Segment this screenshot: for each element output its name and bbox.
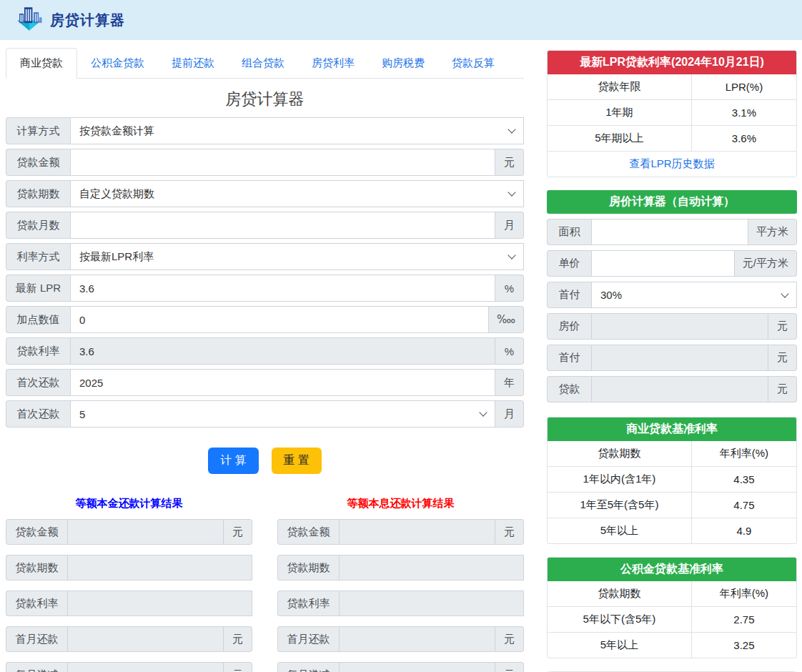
tab-bar: 商业贷款 公积金贷款 提前还款 组合贷款 房贷利率 购房税费 贷款反算 [6,46,524,79]
equal-principal-results: 等额本金还款计算结果 贷款金额 元 贷款期数 贷款利率 首月还款 元 每月递减 [6,497,252,672]
loan-amount-input[interactable] [70,149,495,176]
unit-price-row: 单价 元/平方米 [547,250,797,277]
result-first-month-payment [339,626,495,652]
lpr-table-title: 最新LPR贷款利率(2024年10月21日) [548,51,796,74]
table-cell: 5年以下(含5年) [548,607,692,632]
loan-term-select[interactable]: 自定义贷款期数 [70,180,524,207]
first-payment-month-value: 5 [79,408,480,420]
result-row: 贷款期数 [6,555,252,580]
latest-lpr-label: 最新 LPR [6,275,70,302]
first-payment-year-row: 首次还款 年 [6,369,524,396]
loan-rate-row: 贷款利率 % [6,337,524,365]
first-payment-year-label: 首次还款 [6,369,70,396]
fund-base-rate-table: 公积金贷款基准利率 贷款期数 年利率(%) 5年以下(含5年) 2.75 5年以… [547,557,797,658]
result-label: 贷款期数 [6,555,67,580]
tab-commercial-loan[interactable]: 商业贷款 [6,48,77,79]
loan-amount-row: 贷款金额 元 [6,149,524,176]
calculate-button[interactable]: 计 算 [208,448,258,474]
col-header: 贷款年限 [548,74,692,99]
result-first-month-payment [67,626,224,652]
loan-amount-label: 贷款金额 [6,149,70,176]
rate-mode-select[interactable]: 按最新LPR利率 [70,243,524,270]
basis-points-unit: ‱ [489,306,524,333]
first-payment-month-row: 首次还款 5 月 [6,400,524,428]
latest-lpr-row: 最新 LPR % [6,275,524,302]
table-cell: 5年以上 [548,518,692,543]
tab-combined-loan[interactable]: 组合贷款 [228,49,298,78]
loan-months-input[interactable] [70,212,495,239]
first-payment-month-unit: 月 [495,400,524,428]
result-row: 首月还款 元 [6,626,252,652]
table-cell: 3.25 [692,633,796,658]
calc-mode-select[interactable]: 按贷款金额计算 [70,117,524,144]
loan-months-unit: 月 [495,212,524,239]
loan-amount-result-readonly [591,376,768,402]
down-payment-ratio-select[interactable]: 30% [591,282,797,308]
loan-months-label: 贷款月数 [6,212,70,239]
chevron-down-icon [479,408,487,416]
loan-amount-result-row: 贷款 元 [547,376,797,402]
result-label: 贷款利率 [6,591,67,616]
results-section: 等额本金还款计算结果 贷款金额 元 贷款期数 贷款利率 首月还款 元 每月递减 [6,497,524,672]
chevron-down-icon [781,290,788,297]
table-header-row: 贷款年限 LPR(%) [548,74,796,99]
chevron-down-icon [508,251,515,259]
loan-months-row: 贷款月数 月 [6,212,524,239]
result-unit: 元 [495,519,524,545]
result-row: 贷款利率 [6,591,252,616]
fund-table-title: 公积金贷款基准利率 [548,558,796,581]
result-label: 贷款期数 [277,555,339,580]
unit-price-input[interactable] [591,250,735,277]
first-payment-year-unit: 年 [495,369,524,396]
lpr-rate-table: 最新LPR贷款利率(2024年10月21日) 贷款年限 LPR(%) 1年期 3… [547,50,797,177]
result-loan-amount [67,519,224,545]
rate-mode-row: 利率方式 按最新LPR利率 [6,243,524,270]
tab-fund-loan[interactable]: 公积金贷款 [77,49,158,78]
house-price-row: 房价 元 [547,313,797,340]
down-payment-amount-label: 首付 [547,345,591,371]
area-input[interactable] [591,219,748,245]
col-header: LPR(%) [692,74,796,99]
table-row: 1年至5年(含5年) 4.75 [548,492,796,518]
equal-installment-title: 等额本息还款计算结果 [277,497,524,510]
loan-rate-label: 贷款利率 [6,337,70,365]
loan-rate-readonly [70,337,495,365]
down-payment-ratio-value: 30% [600,289,782,301]
tab-early-repayment[interactable]: 提前还款 [158,49,228,78]
latest-lpr-input[interactable] [70,275,495,302]
col-header: 年利率(%) [692,581,796,606]
result-loan-amount [339,519,495,545]
table-cell: 4.75 [692,493,796,518]
result-label: 贷款利率 [277,591,339,616]
down-payment-ratio-row: 首付 30% [547,282,797,308]
lpr-history-link[interactable]: 查看LPR历史数据 [629,157,714,171]
basis-points-input[interactable] [70,306,489,333]
first-payment-month-select[interactable]: 5 [70,400,495,428]
table-row: 查看LPR历史数据 [548,151,796,177]
chevron-down-icon [508,188,515,196]
unit-price-unit: 元/平方米 [735,250,797,277]
result-label: 贷款金额 [6,519,67,545]
result-label: 首月还款 [277,626,339,652]
first-payment-month-label: 首次还款 [6,400,70,428]
page-title: 房贷计算器 [6,89,524,110]
loan-amount-result-unit: 元 [768,376,797,402]
chevron-down-icon [508,125,515,133]
result-label: 贷款金额 [277,519,339,545]
result-monthly-decrease [339,662,495,672]
tab-mortgage-rate[interactable]: 房贷利率 [298,49,368,78]
table-header-row: 贷款期数 年利率(%) [548,441,796,466]
result-unit: 元 [495,662,524,672]
result-unit: 元 [224,662,252,672]
result-loan-term [339,555,524,580]
result-row: 每月递减 元 [6,662,252,672]
tab-purchase-tax[interactable]: 购房税费 [368,49,438,78]
reset-button[interactable]: 重 置 [272,448,322,474]
first-payment-year-input[interactable] [70,369,495,396]
result-monthly-decrease [67,662,224,672]
tab-loan-reverse[interactable]: 贷款反算 [438,49,508,78]
table-row: 5年以下(含5年) 2.75 [548,606,796,632]
area-unit: 平方米 [748,219,797,245]
table-header-row: 贷款期数 年利率(%) [548,581,796,606]
rate-mode-value: 按最新LPR利率 [79,250,509,264]
